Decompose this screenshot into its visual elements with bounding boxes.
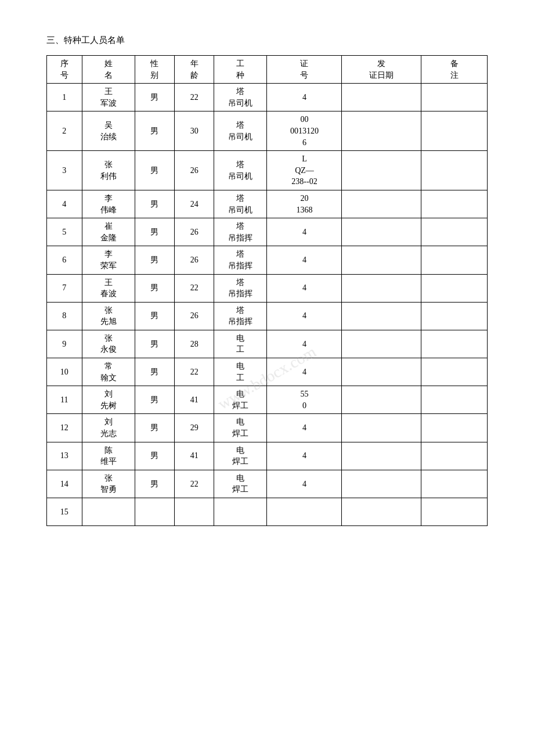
cell-note	[421, 84, 488, 111]
header-seq: 序 号	[47, 56, 82, 84]
cell-gender: 男	[135, 151, 174, 190]
cell-cert: 00 0013120 6	[267, 111, 342, 151]
cell-cert: 4	[267, 302, 342, 330]
cell-type: 塔 吊司机	[214, 151, 267, 190]
cell-type: 电 工	[214, 330, 267, 358]
cell-age: 30	[175, 111, 214, 151]
cell-gender: 男	[135, 414, 174, 442]
cell-note	[421, 302, 488, 330]
cell-note	[421, 246, 488, 274]
header-age: 年 龄	[175, 56, 214, 84]
cell-name: 张 智勇	[82, 470, 135, 498]
cell-note	[421, 218, 488, 246]
cell-gender: 男	[135, 218, 174, 246]
cell-note	[421, 358, 488, 386]
table-row: 3张 利伟男26塔 吊司机L QZ— 238--02	[47, 151, 488, 190]
table-row: 8张 先旭男26塔 吊指挥4	[47, 302, 488, 330]
cell-seq: 12	[47, 414, 82, 442]
cell-note	[421, 190, 488, 218]
cell-note	[421, 470, 488, 498]
cell-date	[342, 274, 421, 302]
table-row: 15	[47, 498, 488, 526]
table-row: 12刘 光志男29电 焊工4	[47, 414, 488, 442]
cell-note	[421, 274, 488, 302]
table-row: 10常 翰文男22电 工4	[47, 358, 488, 386]
table-row: 6李 荣军男26塔 吊指挥4	[47, 246, 488, 274]
cell-age: 22	[175, 470, 214, 498]
cell-date	[342, 414, 421, 442]
cell-date	[342, 470, 421, 498]
cell-note	[421, 414, 488, 442]
cell-gender: 男	[135, 330, 174, 358]
cell-seq: 8	[47, 302, 82, 330]
cell-gender: 男	[135, 470, 174, 498]
cell-date	[342, 151, 421, 190]
cell-name: 刘 光志	[82, 414, 135, 442]
cell-name: 王 军波	[82, 84, 135, 111]
table-header-row: 序 号 姓 名 性 别 年 龄 工 种 证 号	[47, 56, 488, 84]
cell-cert: 4	[267, 414, 342, 442]
header-gender: 性 别	[135, 56, 174, 84]
cell-gender: 男	[135, 358, 174, 386]
cell-type: 电 焊工	[214, 470, 267, 498]
cell-age: 26	[175, 151, 214, 190]
cell-gender: 男	[135, 190, 174, 218]
cell-type: 塔 吊司机	[214, 190, 267, 218]
cell-name: 常 翰文	[82, 358, 135, 386]
cell-seq: 9	[47, 330, 82, 358]
cell-name: 张 利伟	[82, 151, 135, 190]
cell-name: 张 先旭	[82, 302, 135, 330]
table-row: 4李 伟峰男24塔 吊司机20 1368	[47, 190, 488, 218]
special-workers-table: 序 号 姓 名 性 别 年 龄 工 种 证 号	[46, 55, 488, 526]
header-name: 姓 名	[82, 56, 135, 84]
cell-note	[421, 330, 488, 358]
cell-age: 29	[175, 414, 214, 442]
cell-seq: 13	[47, 442, 82, 470]
cell-seq: 4	[47, 190, 82, 218]
header-note: 备 注	[421, 56, 488, 84]
cell-type: 塔 吊指挥	[214, 218, 267, 246]
header-type: 工 种	[214, 56, 267, 84]
cell-age: 24	[175, 190, 214, 218]
cell-cert: 4	[267, 442, 342, 470]
cell-date	[342, 246, 421, 274]
cell-seq: 7	[47, 274, 82, 302]
cell-note	[421, 151, 488, 190]
cell-note	[421, 498, 488, 526]
cell-age: 41	[175, 386, 214, 414]
cell-seq: 10	[47, 358, 82, 386]
cell-gender: 男	[135, 386, 174, 414]
cell-type: 电 焊工	[214, 386, 267, 414]
cell-name: 李 荣军	[82, 246, 135, 274]
cell-cert: L QZ— 238--02	[267, 151, 342, 190]
table-row: 5崔 金隆男26塔 吊指挥4	[47, 218, 488, 246]
cell-cert: 4	[267, 246, 342, 274]
cell-cert: 4	[267, 358, 342, 386]
cell-name: 刘 先树	[82, 386, 135, 414]
cell-type	[214, 498, 267, 526]
cell-age: 28	[175, 330, 214, 358]
cell-cert	[267, 498, 342, 526]
table-row: 14张 智勇男22电 焊工4	[47, 470, 488, 498]
cell-seq: 14	[47, 470, 82, 498]
cell-date	[342, 302, 421, 330]
table-row: 9张 永俊男28电 工4	[47, 330, 488, 358]
cell-date	[342, 498, 421, 526]
cell-seq: 11	[47, 386, 82, 414]
cell-age: 26	[175, 246, 214, 274]
header-cert: 证 号	[267, 56, 342, 84]
table-row: 13陈 维平男41电 焊工4	[47, 442, 488, 470]
cell-name: 李 伟峰	[82, 190, 135, 218]
cell-note	[421, 442, 488, 470]
cell-age: 22	[175, 358, 214, 386]
cell-age	[175, 498, 214, 526]
cell-name: 吴 治续	[82, 111, 135, 151]
cell-seq: 2	[47, 111, 82, 151]
cell-age: 41	[175, 442, 214, 470]
cell-age: 22	[175, 84, 214, 111]
table-row: 7王 春波男22塔 吊指挥4	[47, 274, 488, 302]
cell-cert: 4	[267, 470, 342, 498]
cell-gender: 男	[135, 442, 174, 470]
cell-name: 张 永俊	[82, 330, 135, 358]
header-date: 发 证日期	[342, 56, 421, 84]
